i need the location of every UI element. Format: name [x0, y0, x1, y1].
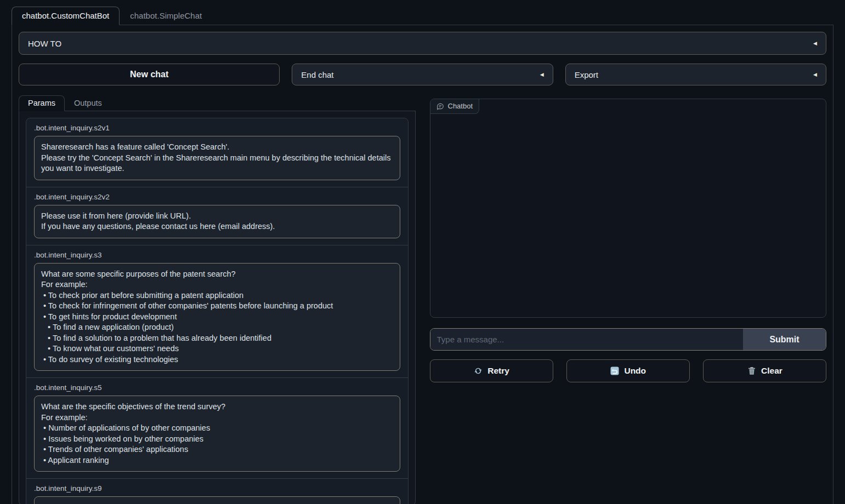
accordion-arrow-icon: ◀: [813, 72, 817, 77]
param-group: .bot.intent_inquiry.s5 What are the spec…: [26, 377, 408, 478]
chat-bubble-icon: [436, 102, 444, 110]
top-tab-bar: chatbot.CustomChatBot chatbot.SimpleChat: [12, 0, 833, 25]
end-chat-accordion[interactable]: End chat ◀: [292, 64, 553, 85]
clear-label: Clear: [761, 366, 782, 376]
retry-label: Retry: [487, 366, 509, 376]
param-textbox[interactable]: [34, 496, 400, 504]
params-column: Params Outputs .bot.intent_inquiry.s2v1 …: [19, 95, 416, 504]
param-group: .bot.intent_inquiry.s2v1 Shareresearch h…: [26, 118, 408, 187]
retry-button[interactable]: Retry: [430, 359, 553, 382]
chat-controls-row: New chat End chat ◀ Export ◀: [19, 64, 826, 85]
submit-button[interactable]: Submit: [743, 329, 826, 350]
undo-button[interactable]: Undo: [566, 359, 690, 382]
undo-icon: [610, 366, 620, 376]
param-textbox[interactable]: Shareresearch has a feature called 'Conc…: [34, 136, 400, 180]
retry-icon: [473, 366, 483, 376]
param-label: .bot.intent_inquiry.s2v1: [34, 124, 400, 132]
param-label: .bot.intent_inquiry.s9: [34, 484, 400, 492]
tab-content: HOW TO ◀ New chat End chat ◀ Export ◀ Pa…: [12, 25, 833, 504]
clear-button[interactable]: Clear: [703, 359, 826, 382]
params-panel: .bot.intent_inquiry.s2v1 Shareresearch h…: [19, 111, 416, 504]
message-input[interactable]: [430, 329, 744, 350]
param-group: .bot.intent_inquiry.s9: [26, 478, 408, 504]
accordion-arrow-icon: ◀: [813, 41, 817, 46]
undo-label: Undo: [624, 366, 646, 376]
accordion-arrow-icon: ◀: [540, 72, 544, 77]
param-group-stack: .bot.intent_inquiry.s2v1 Shareresearch h…: [26, 118, 409, 504]
param-label: .bot.intent_inquiry.s5: [34, 383, 400, 392]
chatbot-label-chip: Chatbot: [430, 99, 480, 114]
howto-label: HOW TO: [28, 39, 61, 48]
chatbot-column: Chatbot Submit Retry: [430, 95, 827, 504]
tab-params[interactable]: Params: [19, 95, 65, 111]
chatbot-label: Chatbot: [448, 102, 473, 110]
tab-simple-chat[interactable]: chatbot.SimpleChat: [120, 7, 212, 25]
new-chat-button[interactable]: New chat: [19, 64, 280, 85]
main-area: Params Outputs .bot.intent_inquiry.s2v1 …: [19, 95, 826, 504]
chatbot-panel: Chatbot: [430, 99, 827, 318]
param-textbox[interactable]: What are the specific objectives of the …: [34, 396, 400, 472]
param-label: .bot.intent_inquiry.s2v2: [34, 193, 400, 201]
clear-icon: [747, 366, 757, 376]
param-label: .bot.intent_inquiry.s3: [34, 251, 400, 259]
param-group: .bot.intent_inquiry.s2v2 Please use it f…: [26, 187, 408, 245]
export-accordion[interactable]: Export ◀: [565, 64, 826, 85]
tab-outputs[interactable]: Outputs: [65, 95, 111, 111]
param-textbox[interactable]: What are some specific purposes of the p…: [34, 263, 400, 371]
params-tab-bar: Params Outputs: [19, 95, 416, 111]
end-chat-label: End chat: [301, 70, 333, 79]
tab-custom-chatbot[interactable]: chatbot.CustomChatBot: [12, 7, 120, 25]
param-group: .bot.intent_inquiry.s3 What are some spe…: [26, 245, 408, 378]
message-input-row: Submit: [430, 328, 827, 351]
howto-accordion[interactable]: HOW TO ◀: [19, 32, 826, 55]
chat-action-row: Retry Undo: [430, 359, 827, 382]
param-textbox[interactable]: Please use it from here (provide link UR…: [34, 205, 400, 238]
export-label: Export: [575, 70, 598, 79]
